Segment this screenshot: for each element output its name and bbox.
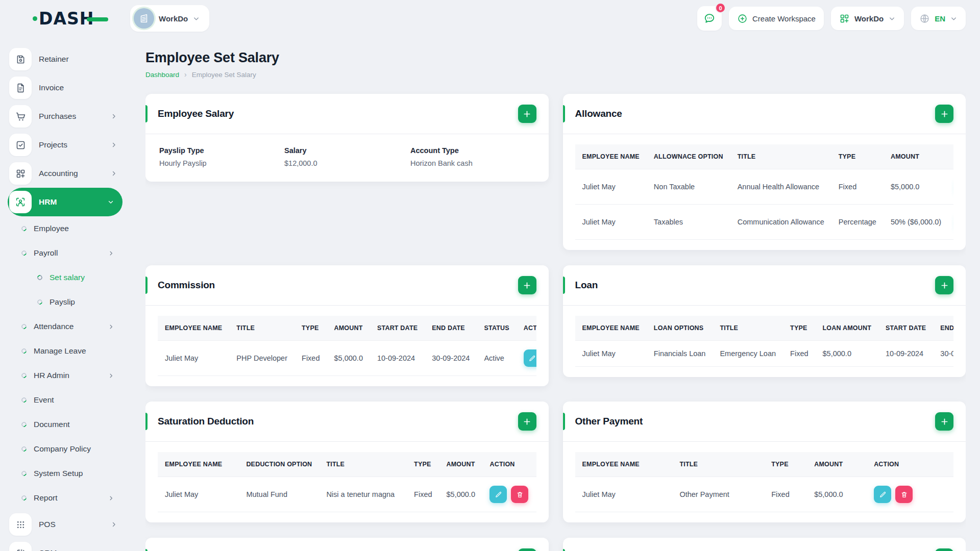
- sidebar-item-payslip[interactable]: Payslip: [8, 290, 122, 314]
- card-saturation-deduction: Saturation Deduction EMPLOYEE NAME DEDUC…: [145, 402, 549, 522]
- sidebar-item-document[interactable]: Document: [8, 412, 122, 437]
- workspace-avatar: [134, 8, 154, 29]
- add-allowance-button[interactable]: [935, 105, 953, 123]
- column-header: TYPE: [295, 316, 327, 341]
- add-loan-button[interactable]: [935, 276, 953, 294]
- cell-amount: 50% ($6,000.0): [884, 205, 948, 240]
- apps-grid-icon: [839, 13, 850, 24]
- bullet-icon: [20, 249, 28, 257]
- plus-icon: [940, 281, 949, 290]
- cell-type: Percentage: [831, 205, 884, 240]
- create-workspace-button[interactable]: Create Workspace: [729, 7, 824, 30]
- add-company-contribution-button[interactable]: [935, 548, 953, 551]
- table-row: Juliet May Other Payment Fixed $5,000.0: [575, 477, 954, 512]
- table-header-row: EMPLOYEE NAME ALLOWNACE OPTION TITLE TYP…: [575, 144, 954, 169]
- breadcrumb: Dashboard › Employee Set Salary: [145, 70, 966, 79]
- cell-start-date: 10-09-2024: [878, 341, 933, 367]
- sidebar-item-accounting[interactable]: Accounting: [8, 159, 122, 188]
- sidebar-item-payroll[interactable]: Payroll: [8, 241, 122, 265]
- column-header: ACTION: [482, 452, 536, 477]
- chevron-right-icon: [108, 372, 114, 379]
- pencil-icon: [879, 491, 887, 498]
- workspace-name: WorkDo: [159, 14, 188, 23]
- sidebar-item-label: Invoice: [39, 83, 64, 92]
- allowance-table: EMPLOYEE NAME ALLOWNACE OPTION TITLE TYP…: [575, 144, 954, 240]
- add-commission-button[interactable]: [518, 276, 536, 294]
- sidebar-item-hr-admin[interactable]: HR Admin: [8, 363, 122, 388]
- cart-icon: [9, 105, 32, 128]
- field-value: Horizon Bank cash: [410, 159, 473, 167]
- plus-icon: [522, 417, 532, 427]
- edit-button[interactable]: [524, 349, 536, 367]
- table-row: Juliet May Mutual Fund Nisi a tenetur ma…: [158, 477, 536, 512]
- sidebar-item-attendance[interactable]: Attendance: [8, 314, 122, 339]
- table-row: Juliet May Financials Loan Emergency Loa…: [575, 341, 954, 367]
- cell-title: Emergency Loan: [713, 341, 783, 367]
- frame-icon: [9, 542, 32, 551]
- app-logo[interactable]: DASH: [33, 9, 108, 29]
- page-title: Employee Set Salary: [145, 50, 966, 66]
- sidebar-item-label: Set salary: [50, 273, 85, 282]
- cell-deduction-option: Mutual Fund: [239, 477, 319, 512]
- sidebar-item-label: Retainer: [39, 55, 69, 64]
- column-header: TYPE: [764, 452, 807, 477]
- add-employee-salary-button[interactable]: [518, 105, 536, 123]
- card-title: Employee Salary: [158, 108, 234, 119]
- sidebar-item-employee[interactable]: Employee: [8, 216, 122, 241]
- edit-button[interactable]: [489, 486, 507, 503]
- column-header: TITLE: [229, 316, 295, 341]
- sidebar-item-hrm[interactable]: HRM: [8, 188, 122, 216]
- column-header: AMOUNT: [327, 316, 370, 341]
- logo-text: DASH: [39, 9, 94, 29]
- sidebar-item-label: Purchases: [39, 112, 76, 121]
- delete-button[interactable]: [511, 486, 528, 503]
- status-badge: Active: [477, 341, 516, 376]
- sidebar-item-report[interactable]: Report: [8, 486, 122, 510]
- column-header: TYPE: [407, 452, 439, 477]
- card-title: Allowance: [575, 108, 622, 119]
- breadcrumb-dashboard-link[interactable]: Dashboard: [145, 71, 179, 79]
- sidebar-item-system-setup[interactable]: System Setup: [8, 461, 122, 486]
- column-header: AMOUNT: [807, 452, 867, 477]
- column-header: EMPLOYEE NAME: [575, 144, 647, 169]
- messages-button[interactable]: 0: [697, 6, 722, 31]
- workspace-selector[interactable]: WorkDo: [130, 5, 209, 32]
- cell-employee-name: Juliet May: [575, 341, 647, 367]
- sidebar-item-pos[interactable]: POS: [8, 510, 122, 539]
- column-header: LOAN AMOUNT: [816, 316, 878, 341]
- column-header: START DATE: [878, 316, 933, 341]
- sidebar-item-manage-leave[interactable]: Manage Leave: [8, 339, 122, 363]
- sidebar-item-company-policy[interactable]: Company Policy: [8, 437, 122, 461]
- sidebar-item-crm[interactable]: CRM: [8, 539, 122, 551]
- edit-button[interactable]: [874, 486, 891, 503]
- card-header: Overtime: [145, 538, 549, 551]
- column-header: END DATE: [425, 316, 477, 341]
- add-other-payment-button[interactable]: [935, 412, 953, 431]
- sidebar-item-invoice[interactable]: Invoice: [8, 73, 122, 102]
- column-header: AMOUNT: [884, 144, 948, 169]
- building-icon: [138, 13, 150, 24]
- bullet-icon: [36, 274, 43, 281]
- create-workspace-label: Create Workspace: [752, 14, 816, 23]
- column-header: START DATE: [370, 316, 425, 341]
- sidebar-item-retainer[interactable]: Retainer: [8, 45, 122, 73]
- cell-amount: $5,000.0: [439, 477, 483, 512]
- topbar: DASH WorkDo 0 Create Workspace WorkDo EN: [0, 0, 980, 37]
- sidebar-item-projects[interactable]: Projects: [8, 131, 122, 159]
- column-header: TITLE: [672, 452, 764, 477]
- language-selector[interactable]: EN: [911, 7, 966, 30]
- sidebar-item-set-salary[interactable]: Set salary: [8, 265, 122, 290]
- cell-employee-name: Juliet May: [158, 477, 239, 512]
- card-overtime: Overtime: [145, 538, 549, 551]
- sidebar-item-purchases[interactable]: Purchases: [8, 102, 122, 131]
- apps-menu-button[interactable]: WorkDo: [831, 7, 904, 30]
- trash-icon: [900, 491, 908, 498]
- card-title: Commission: [158, 280, 215, 291]
- delete-button[interactable]: [895, 486, 913, 503]
- sidebar-item-event[interactable]: Event: [8, 388, 122, 412]
- add-saturation-deduction-button[interactable]: [518, 412, 536, 431]
- add-overtime-button[interactable]: [518, 548, 536, 551]
- field-value: Hourly Payslip: [159, 159, 284, 167]
- grid-plus-icon: [9, 162, 32, 185]
- user-scan-icon: [9, 191, 32, 213]
